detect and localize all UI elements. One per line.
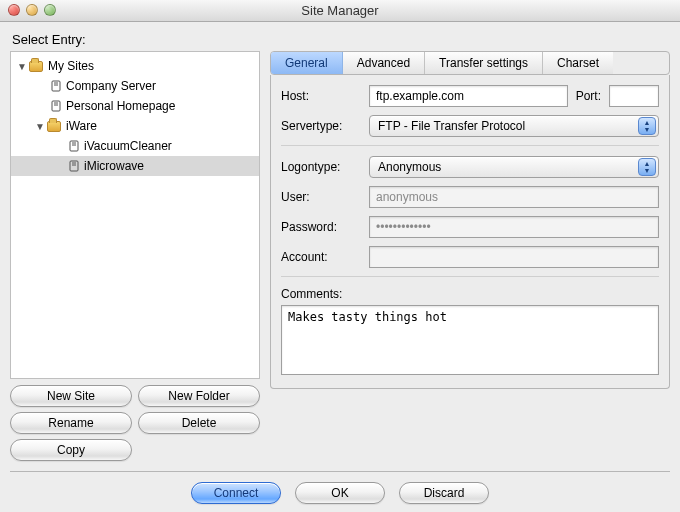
rename-button[interactable]: Rename: [10, 412, 132, 434]
account-input: [369, 246, 659, 268]
tree-label: iVacuumCleaner: [84, 139, 172, 153]
host-label: Host:: [281, 89, 361, 103]
password-label: Password:: [281, 220, 361, 234]
dialog-footer: Connect OK Discard: [10, 471, 670, 504]
password-input: [369, 216, 659, 238]
server-icon: [51, 80, 61, 92]
folder-icon: [29, 61, 43, 72]
updown-arrows-icon: ▲▼: [638, 158, 656, 176]
connect-button[interactable]: Connect: [191, 482, 281, 504]
copy-button[interactable]: Copy: [10, 439, 132, 461]
tree-label: My Sites: [48, 59, 94, 73]
tab-transfer-settings[interactable]: Transfer settings: [425, 52, 543, 74]
tab-general[interactable]: General: [271, 52, 343, 74]
site-tree[interactable]: ▼ My Sites Company Server Personal Homep…: [10, 51, 260, 379]
tree-site-company-server[interactable]: Company Server: [11, 76, 259, 96]
tree-site-personal-homepage[interactable]: Personal Homepage: [11, 96, 259, 116]
discard-button[interactable]: Discard: [399, 482, 489, 504]
logontype-label: Logontype:: [281, 160, 361, 174]
port-input[interactable]: [609, 85, 659, 107]
titlebar: Site Manager: [0, 0, 680, 22]
server-icon: [69, 160, 79, 172]
zoom-window-button[interactable]: [44, 4, 56, 16]
window-title: Site Manager: [301, 3, 378, 18]
logontype-select[interactable]: Anonymous ▲▼: [369, 156, 659, 178]
host-input[interactable]: [369, 85, 568, 107]
comments-label: Comments:: [281, 287, 659, 301]
servertype-select[interactable]: FTP - File Transfer Protocol ▲▼: [369, 115, 659, 137]
disclosure-triangle-icon[interactable]: ▼: [35, 121, 45, 132]
user-input: [369, 186, 659, 208]
tree-site-ivacuumcleaner[interactable]: iVacuumCleaner: [11, 136, 259, 156]
tree-folder-iware[interactable]: ▼ iWare: [11, 116, 259, 136]
tree-label: Company Server: [66, 79, 156, 93]
servertype-value: FTP - File Transfer Protocol: [378, 119, 525, 133]
tree-folder-my-sites[interactable]: ▼ My Sites: [11, 56, 259, 76]
servertype-label: Servertype:: [281, 119, 361, 133]
select-entry-label: Select Entry:: [12, 32, 670, 47]
tab-charset[interactable]: Charset: [543, 52, 613, 74]
port-label: Port:: [576, 89, 601, 103]
ok-button[interactable]: OK: [295, 482, 385, 504]
close-window-button[interactable]: [8, 4, 20, 16]
user-label: User:: [281, 190, 361, 204]
server-icon: [69, 140, 79, 152]
tab-bar: General Advanced Transfer settings Chars…: [270, 51, 670, 75]
tree-label: Personal Homepage: [66, 99, 175, 113]
general-panel: Host: Port: Servertype: FTP - File Trans…: [270, 75, 670, 389]
tree-site-imicrowave[interactable]: iMicrowave: [11, 156, 259, 176]
minimize-window-button[interactable]: [26, 4, 38, 16]
new-folder-button[interactable]: New Folder: [138, 385, 260, 407]
account-label: Account:: [281, 250, 361, 264]
tree-label: iMicrowave: [84, 159, 144, 173]
disclosure-triangle-icon[interactable]: ▼: [17, 61, 27, 72]
updown-arrows-icon: ▲▼: [638, 117, 656, 135]
new-site-button[interactable]: New Site: [10, 385, 132, 407]
logontype-value: Anonymous: [378, 160, 441, 174]
comments-textarea[interactable]: [281, 305, 659, 375]
folder-icon: [47, 121, 61, 132]
server-icon: [51, 100, 61, 112]
tab-advanced[interactable]: Advanced: [343, 52, 425, 74]
tree-label: iWare: [66, 119, 97, 133]
delete-button[interactable]: Delete: [138, 412, 260, 434]
